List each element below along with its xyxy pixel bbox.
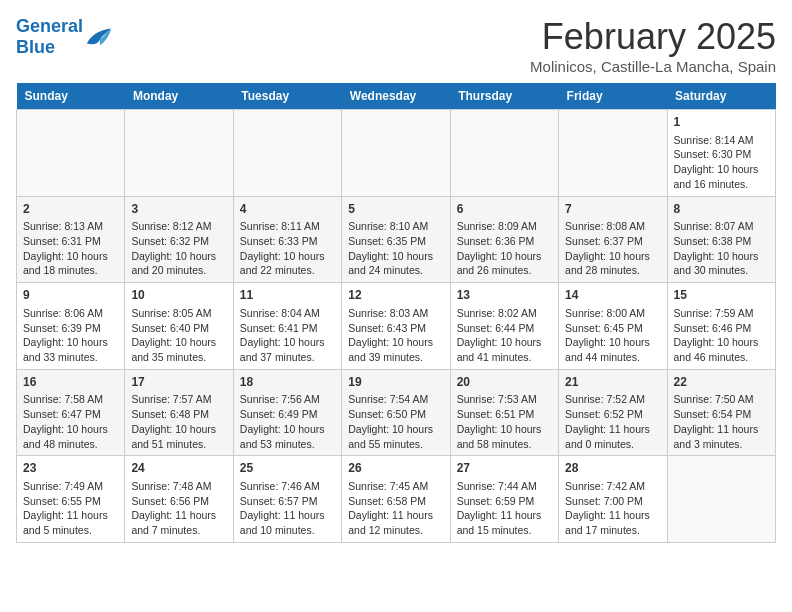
day-info: Sunset: 6:38 PM <box>674 234 769 249</box>
calendar-cell: 19Sunrise: 7:54 AMSunset: 6:50 PMDayligh… <box>342 369 450 456</box>
day-info: Sunset: 6:54 PM <box>674 407 769 422</box>
day-number: 17 <box>131 374 226 391</box>
day-info: Sunrise: 7:44 AM <box>457 479 552 494</box>
col-header-tuesday: Tuesday <box>233 83 341 110</box>
calendar-cell: 9Sunrise: 8:06 AMSunset: 6:39 PMDaylight… <box>17 283 125 370</box>
day-info: Sunrise: 8:06 AM <box>23 306 118 321</box>
day-info: Daylight: 11 hours and 3 minutes. <box>674 422 769 451</box>
day-info: Sunset: 6:39 PM <box>23 321 118 336</box>
day-info: Sunrise: 7:56 AM <box>240 392 335 407</box>
col-header-friday: Friday <box>559 83 667 110</box>
day-number: 24 <box>131 460 226 477</box>
day-info: Daylight: 11 hours and 17 minutes. <box>565 508 660 537</box>
day-info: Sunrise: 7:54 AM <box>348 392 443 407</box>
day-number: 28 <box>565 460 660 477</box>
day-info: Daylight: 10 hours and 44 minutes. <box>565 335 660 364</box>
day-number: 12 <box>348 287 443 304</box>
day-info: Sunrise: 8:13 AM <box>23 219 118 234</box>
calendar-cell: 1Sunrise: 8:14 AMSunset: 6:30 PMDaylight… <box>667 110 775 197</box>
day-number: 2 <box>23 201 118 218</box>
col-header-thursday: Thursday <box>450 83 558 110</box>
day-info: Sunrise: 8:07 AM <box>674 219 769 234</box>
day-number: 21 <box>565 374 660 391</box>
day-info: Sunrise: 8:14 AM <box>674 133 769 148</box>
day-number: 4 <box>240 201 335 218</box>
day-number: 16 <box>23 374 118 391</box>
day-info: Sunset: 6:35 PM <box>348 234 443 249</box>
day-number: 18 <box>240 374 335 391</box>
day-info: Daylight: 10 hours and 58 minutes. <box>457 422 552 451</box>
logo: General Blue <box>16 16 113 58</box>
col-header-wednesday: Wednesday <box>342 83 450 110</box>
day-info: Daylight: 10 hours and 22 minutes. <box>240 249 335 278</box>
logo-bird-icon <box>85 26 113 48</box>
calendar-cell: 25Sunrise: 7:46 AMSunset: 6:57 PMDayligh… <box>233 456 341 543</box>
calendar-cell <box>450 110 558 197</box>
day-info: Sunrise: 7:49 AM <box>23 479 118 494</box>
day-number: 5 <box>348 201 443 218</box>
day-info: Daylight: 10 hours and 24 minutes. <box>348 249 443 278</box>
day-info: Daylight: 10 hours and 33 minutes. <box>23 335 118 364</box>
calendar-cell: 23Sunrise: 7:49 AMSunset: 6:55 PMDayligh… <box>17 456 125 543</box>
day-number: 14 <box>565 287 660 304</box>
calendar-cell: 13Sunrise: 8:02 AMSunset: 6:44 PMDayligh… <box>450 283 558 370</box>
day-info: Sunset: 7:00 PM <box>565 494 660 509</box>
day-info: Daylight: 10 hours and 26 minutes. <box>457 249 552 278</box>
day-info: Sunset: 6:56 PM <box>131 494 226 509</box>
month-title: February 2025 <box>530 16 776 58</box>
day-info: Sunrise: 8:04 AM <box>240 306 335 321</box>
calendar-cell <box>125 110 233 197</box>
day-info: Sunset: 6:57 PM <box>240 494 335 509</box>
calendar-cell: 27Sunrise: 7:44 AMSunset: 6:59 PMDayligh… <box>450 456 558 543</box>
day-info: Sunset: 6:44 PM <box>457 321 552 336</box>
day-info: Sunset: 6:40 PM <box>131 321 226 336</box>
day-info: Daylight: 10 hours and 20 minutes. <box>131 249 226 278</box>
day-info: Sunrise: 7:58 AM <box>23 392 118 407</box>
col-header-monday: Monday <box>125 83 233 110</box>
day-number: 19 <box>348 374 443 391</box>
day-number: 13 <box>457 287 552 304</box>
calendar-cell: 2Sunrise: 8:13 AMSunset: 6:31 PMDaylight… <box>17 196 125 283</box>
col-header-saturday: Saturday <box>667 83 775 110</box>
day-info: Daylight: 10 hours and 28 minutes. <box>565 249 660 278</box>
calendar-cell: 21Sunrise: 7:52 AMSunset: 6:52 PMDayligh… <box>559 369 667 456</box>
calendar-cell <box>233 110 341 197</box>
day-info: Daylight: 10 hours and 53 minutes. <box>240 422 335 451</box>
calendar-cell <box>667 456 775 543</box>
day-info: Daylight: 10 hours and 48 minutes. <box>23 422 118 451</box>
day-info: Sunset: 6:45 PM <box>565 321 660 336</box>
day-number: 27 <box>457 460 552 477</box>
title-area: February 2025 Molinicos, Castille-La Man… <box>530 16 776 75</box>
day-info: Daylight: 10 hours and 55 minutes. <box>348 422 443 451</box>
calendar-cell <box>17 110 125 197</box>
day-info: Sunrise: 8:02 AM <box>457 306 552 321</box>
week-row-4: 16Sunrise: 7:58 AMSunset: 6:47 PMDayligh… <box>17 369 776 456</box>
calendar-cell: 8Sunrise: 8:07 AMSunset: 6:38 PMDaylight… <box>667 196 775 283</box>
day-number: 25 <box>240 460 335 477</box>
day-number: 3 <box>131 201 226 218</box>
day-info: Daylight: 10 hours and 46 minutes. <box>674 335 769 364</box>
day-info: Sunset: 6:37 PM <box>565 234 660 249</box>
day-info: Daylight: 10 hours and 41 minutes. <box>457 335 552 364</box>
calendar-cell: 15Sunrise: 7:59 AMSunset: 6:46 PMDayligh… <box>667 283 775 370</box>
calendar-cell: 12Sunrise: 8:03 AMSunset: 6:43 PMDayligh… <box>342 283 450 370</box>
day-number: 23 <box>23 460 118 477</box>
day-info: Sunset: 6:32 PM <box>131 234 226 249</box>
logo-text: General Blue <box>16 16 83 58</box>
day-number: 9 <box>23 287 118 304</box>
calendar-cell <box>342 110 450 197</box>
day-info: Sunrise: 8:00 AM <box>565 306 660 321</box>
day-number: 26 <box>348 460 443 477</box>
day-info: Sunset: 6:31 PM <box>23 234 118 249</box>
day-info: Sunset: 6:46 PM <box>674 321 769 336</box>
day-info: Sunset: 6:41 PM <box>240 321 335 336</box>
day-info: Sunrise: 7:53 AM <box>457 392 552 407</box>
day-info: Daylight: 10 hours and 37 minutes. <box>240 335 335 364</box>
calendar-cell: 4Sunrise: 8:11 AMSunset: 6:33 PMDaylight… <box>233 196 341 283</box>
day-info: Sunrise: 8:03 AM <box>348 306 443 321</box>
day-info: Daylight: 11 hours and 7 minutes. <box>131 508 226 537</box>
day-info: Sunset: 6:33 PM <box>240 234 335 249</box>
day-number: 20 <box>457 374 552 391</box>
calendar-cell: 11Sunrise: 8:04 AMSunset: 6:41 PMDayligh… <box>233 283 341 370</box>
day-number: 6 <box>457 201 552 218</box>
